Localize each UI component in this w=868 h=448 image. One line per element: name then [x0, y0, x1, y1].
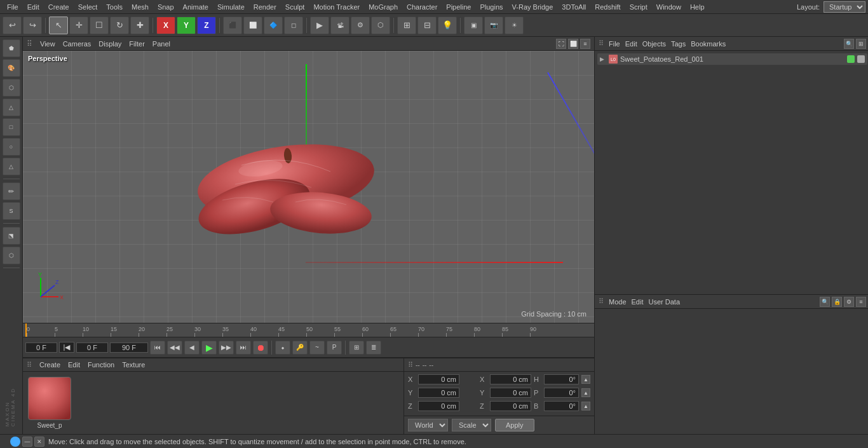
attributes-menu-mode[interactable]: Mode	[609, 298, 627, 306]
viewport-menu-icon[interactable]: ≡	[580, 39, 590, 49]
menu-item-3dtoall[interactable]: 3DToAll	[557, 2, 590, 12]
record-button[interactable]: ⏺	[253, 341, 268, 355]
pen-tool-button[interactable]: ✏	[3, 182, 20, 200]
viewport-menu-panel[interactable]: Panel	[153, 40, 170, 48]
attributes-menu-edit[interactable]: Edit	[632, 298, 644, 306]
world-dropdown[interactable]: World	[408, 419, 448, 431]
render-button[interactable]: ▶	[310, 17, 329, 34]
menu-item-file[interactable]: File	[3, 2, 23, 12]
coord-y-rot-input[interactable]	[490, 388, 531, 398]
objects-menu-edit[interactable]: Edit	[625, 40, 637, 48]
transform-tool-button[interactable]: ✚	[130, 17, 149, 34]
auto-key-button[interactable]: 🔑	[292, 341, 308, 355]
cube-tool-button[interactable]: □	[3, 118, 20, 136]
material-menu-edit[interactable]: Edit	[68, 361, 80, 369]
y-axis-button[interactable]: Y	[177, 17, 196, 34]
object-tool-button[interactable]: ⬟	[3, 39, 20, 57]
status-button-3[interactable]: ✕	[34, 437, 44, 447]
knife-tool-button[interactable]: ⬡	[3, 79, 20, 97]
apply-button[interactable]: Apply	[495, 419, 534, 431]
display-button[interactable]: ☀	[505, 17, 524, 34]
step-back-button[interactable]: ◀◀	[167, 341, 182, 355]
objects-collapse-icon[interactable]: ⊞	[856, 39, 866, 49]
objects-search-icon[interactable]: 🔍	[844, 39, 854, 49]
object-vis-dot-1[interactable]	[847, 55, 855, 63]
z-lock-icon[interactable]: ▲	[581, 402, 590, 411]
rotate-tool-button[interactable]: ↻	[110, 17, 129, 34]
coord-z-rot-input[interactable]	[490, 401, 531, 411]
attr-more-icon[interactable]: ≡	[856, 297, 866, 307]
viewport-maximize-icon[interactable]: ⬜	[568, 39, 578, 49]
menu-item-mesh[interactable]: Mesh	[127, 2, 153, 12]
viewport-menu-cameras[interactable]: Cameras	[63, 40, 92, 48]
material-menu-texture[interactable]: Texture	[122, 361, 145, 369]
step-forward-button[interactable]: ▶▶	[219, 341, 234, 355]
menu-item-script[interactable]: Script	[625, 2, 652, 12]
attr-settings-icon[interactable]: ⚙	[844, 297, 854, 307]
motion-button[interactable]: ~	[309, 341, 325, 355]
loop-tool-button[interactable]: ⬔	[3, 227, 20, 245]
x-axis-button[interactable]: X	[156, 17, 175, 34]
render-settings-button[interactable]: ⚙	[351, 17, 370, 34]
viewport-expand-icon[interactable]: ⛶	[556, 39, 566, 49]
menu-item-edit[interactable]: Edit	[23, 2, 44, 12]
timeline-view-button[interactable]: ≣	[366, 341, 381, 355]
menu-item-motion-tracker[interactable]: Motion Tracker	[309, 2, 364, 12]
select-tool-button[interactable]: ↖	[49, 17, 68, 34]
viewport[interactable]: Perspective Y X Z Grid Spacing : 10 cm	[23, 51, 594, 323]
viewport-menu-display[interactable]: Display	[98, 40, 121, 48]
menu-item-pipeline[interactable]: Pipeline	[442, 2, 475, 12]
menu-item-sculpt[interactable]: Sculpt	[281, 2, 309, 12]
menu-item-select[interactable]: Select	[74, 2, 102, 12]
status-button-2[interactable]: —	[22, 437, 32, 447]
redo-button[interactable]: ↪	[23, 17, 42, 34]
play-reverse-button[interactable]: ◀	[184, 341, 200, 355]
attr-search-icon[interactable]: 🔍	[820, 297, 830, 307]
magnet-tool-button[interactable]: △	[3, 98, 20, 116]
morph-tool-button[interactable]: ⬡	[3, 247, 20, 264]
cone-tool-button[interactable]: △	[3, 158, 20, 175]
object-mode-button[interactable]: ⬛	[223, 17, 242, 34]
sphere-tool-button[interactable]: ○	[3, 138, 20, 156]
viewport-menu-view[interactable]: View	[40, 40, 55, 48]
menu-item-simulate[interactable]: Simulate	[213, 2, 249, 12]
coord-z-pos-input[interactable]	[418, 401, 459, 411]
menu-item-render[interactable]: Render	[249, 2, 281, 12]
attr-lock-icon[interactable]: 🔒	[832, 297, 842, 307]
snap-settings-button[interactable]: ⊟	[417, 17, 437, 34]
render-region-button[interactable]: ⬡	[371, 17, 390, 34]
render-to-pic-button[interactable]: 📽	[330, 17, 349, 34]
coord-p-rot-input[interactable]	[544, 388, 579, 398]
floor-button[interactable]: ▣	[464, 17, 483, 34]
material-menu-function[interactable]: Function	[88, 361, 114, 369]
attributes-menu-user-data[interactable]: User Data	[649, 298, 681, 306]
objects-menu-file[interactable]: File	[609, 40, 620, 48]
material-menu-create[interactable]: Create	[39, 361, 60, 369]
menu-item-animate[interactable]: Animate	[179, 2, 213, 12]
object-row-sweet-potatoes[interactable]: ▶ L0 Sweet_Potatoes_Red_001	[597, 53, 867, 65]
menu-item-mograph[interactable]: MoGraph	[364, 2, 402, 12]
polygon-mode-button[interactable]: 🔷	[264, 17, 283, 34]
y-lock-icon[interactable]: ▲	[581, 388, 590, 397]
menu-item-v-ray-bridge[interactable]: V-Ray Bridge	[508, 2, 558, 12]
menu-item-character[interactable]: Character	[402, 2, 442, 12]
coord-y-pos-input[interactable]	[418, 388, 459, 398]
scale-dropdown[interactable]: Scale	[452, 419, 491, 431]
keyframe-button[interactable]: ⬥	[275, 341, 290, 355]
paint-tool-button[interactable]: 🎨	[3, 59, 20, 77]
pose-button[interactable]: P	[327, 341, 342, 355]
play-forward-button[interactable]: ▶	[201, 341, 217, 355]
objects-menu-bookmarks[interactable]: Bookmarks	[691, 40, 726, 48]
menu-item-redshift[interactable]: Redshift	[590, 2, 625, 12]
prev-key-button[interactable]: |◀	[59, 342, 74, 353]
viewport-menu-filter[interactable]: Filter	[129, 40, 144, 48]
objects-menu-tags[interactable]: Tags	[671, 40, 686, 48]
snap-toggle-button[interactable]: ⊞	[397, 17, 416, 34]
menu-item-snap[interactable]: Snap	[153, 2, 179, 12]
menu-item-create[interactable]: Create	[44, 2, 74, 12]
coord-h-rot-input[interactable]	[544, 374, 579, 384]
brush-tool-button[interactable]: S	[3, 202, 20, 220]
objects-menu-objects[interactable]: Objects	[642, 40, 666, 48]
status-button-1[interactable]	[10, 437, 20, 447]
uv-mode-button[interactable]: ◻	[284, 17, 303, 34]
